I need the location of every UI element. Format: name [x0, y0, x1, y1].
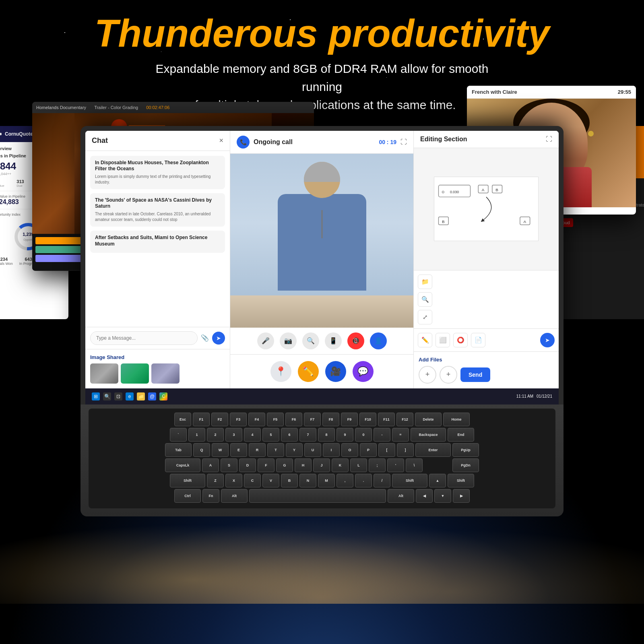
- ep-page-tool[interactable]: 📄: [471, 333, 485, 347]
- key-backslash[interactable]: \: [406, 458, 423, 472]
- key-t[interactable]: T: [267, 443, 284, 457]
- add-file-button-1[interactable]: +: [419, 366, 436, 384]
- key-2[interactable]: 2: [207, 428, 224, 442]
- ep-expand-tool[interactable]: ⤢: [418, 310, 432, 324]
- key-f4[interactable]: F4: [248, 413, 265, 426]
- key-left[interactable]: ◀: [416, 489, 433, 503]
- key-f11[interactable]: F11: [378, 413, 395, 426]
- key-d[interactable]: D: [239, 458, 256, 472]
- key-w[interactable]: W: [212, 443, 229, 457]
- taskbar-chrome-icon[interactable]: C: [159, 392, 167, 400]
- send-button[interactable]: Send: [460, 367, 490, 382]
- key-i[interactable]: I: [323, 443, 340, 457]
- key-h[interactable]: H: [295, 458, 312, 472]
- key-rbracket[interactable]: ]: [397, 443, 414, 457]
- key-n[interactable]: N: [299, 474, 316, 487]
- key-9[interactable]: 9: [336, 428, 353, 442]
- key-quote[interactable]: ': [387, 458, 404, 472]
- ep-send-button[interactable]: ➤: [540, 333, 555, 347]
- key-y[interactable]: Y: [286, 443, 303, 457]
- key-enter[interactable]: Enter: [415, 443, 451, 457]
- key-down[interactable]: ▼: [434, 489, 451, 503]
- key-minus[interactable]: -: [374, 428, 390, 442]
- key-home[interactable]: Home: [443, 413, 470, 426]
- key-f[interactable]: F: [258, 458, 275, 472]
- key-8[interactable]: 8: [318, 428, 335, 442]
- taskbar-task-icon[interactable]: ⊡: [114, 392, 122, 400]
- key-pgup[interactable]: PgUp: [452, 443, 479, 457]
- key-lctrl[interactable]: Ctrl: [174, 489, 201, 503]
- ep-circle-tool[interactable]: ⭕: [453, 333, 468, 347]
- key-pgdown[interactable]: PgDn: [452, 458, 479, 472]
- add-file-button-2[interactable]: +: [440, 366, 457, 384]
- vc-expand-icon[interactable]: ⛶: [400, 138, 407, 146]
- key-o[interactable]: O: [341, 443, 358, 457]
- key-slash[interactable]: /: [374, 474, 390, 487]
- key-rshift2[interactable]: Shift: [448, 474, 474, 487]
- key-7[interactable]: 7: [299, 428, 316, 442]
- key-s[interactable]: S: [221, 458, 237, 472]
- vc-phone-button[interactable]: 📱: [325, 332, 342, 349]
- windows-icon[interactable]: ⊞: [92, 392, 100, 400]
- key-lbracket[interactable]: [: [378, 443, 395, 457]
- key-ralt[interactable]: Alt: [388, 489, 414, 503]
- vc-avatar-button[interactable]: 👤: [370, 332, 387, 349]
- key-c[interactable]: C: [244, 474, 261, 487]
- taskbar-mail-icon[interactable]: @: [148, 392, 156, 400]
- key-z[interactable]: Z: [207, 474, 224, 487]
- taskbar-files-icon[interactable]: 📁: [137, 392, 145, 400]
- key-backtick[interactable]: `: [170, 428, 187, 442]
- key-f3[interactable]: F3: [230, 413, 247, 426]
- ep-expand-icon[interactable]: ⛶: [546, 136, 552, 143]
- key-right[interactable]: ▶: [453, 489, 470, 503]
- key-u[interactable]: U: [304, 443, 321, 457]
- key-lalt[interactable]: Alt: [221, 489, 248, 503]
- key-f5[interactable]: F5: [267, 413, 284, 426]
- key-delete[interactable]: Delete: [415, 413, 442, 426]
- key-l[interactable]: L: [350, 458, 367, 472]
- key-backspace[interactable]: Backspace: [411, 428, 446, 442]
- key-6[interactable]: 6: [281, 428, 298, 442]
- key-fn[interactable]: Fn: [202, 489, 219, 503]
- key-rshift[interactable]: Shift: [392, 474, 427, 487]
- image-thumb-1[interactable]: [90, 363, 118, 384]
- vc-search-button[interactable]: 🔍: [302, 332, 319, 349]
- chat-attach-icon[interactable]: 📎: [201, 334, 209, 342]
- key-f8[interactable]: F8: [322, 413, 339, 426]
- key-capslock[interactable]: CapsLk: [165, 458, 200, 472]
- key-equals[interactable]: =: [392, 428, 409, 442]
- key-4[interactable]: 4: [244, 428, 261, 442]
- key-f12[interactable]: F12: [396, 413, 413, 426]
- image-thumb-3[interactable]: [151, 363, 180, 384]
- key-esc[interactable]: Esc: [174, 413, 191, 426]
- vc-camera-button[interactable]: 📷: [280, 332, 297, 349]
- key-p[interactable]: P: [360, 443, 377, 457]
- key-f10[interactable]: F10: [359, 413, 376, 426]
- key-x[interactable]: X: [225, 474, 242, 487]
- vc-end-call-button[interactable]: 📵: [347, 332, 364, 349]
- key-j[interactable]: J: [313, 458, 330, 472]
- key-end[interactable]: End: [448, 428, 474, 442]
- key-r[interactable]: R: [249, 443, 266, 457]
- video-button[interactable]: 🎥: [325, 361, 346, 382]
- key-f6[interactable]: F6: [285, 413, 302, 426]
- key-f7[interactable]: F7: [304, 413, 321, 426]
- key-e[interactable]: E: [230, 443, 247, 457]
- key-3[interactable]: 3: [225, 428, 242, 442]
- key-k[interactable]: K: [332, 458, 349, 472]
- key-g[interactable]: G: [276, 458, 293, 472]
- chat-send-button[interactable]: ➤: [212, 332, 225, 345]
- chat-input[interactable]: [90, 331, 198, 345]
- key-semicolon[interactable]: ;: [369, 458, 386, 472]
- key-5[interactable]: 5: [262, 428, 279, 442]
- ep-zoom-tool[interactable]: 🔍: [418, 292, 432, 307]
- key-m[interactable]: M: [318, 474, 335, 487]
- key-f2[interactable]: F2: [211, 413, 228, 426]
- key-f9[interactable]: F9: [341, 413, 358, 426]
- chat-close-icon[interactable]: ×: [219, 136, 223, 145]
- taskbar-search-icon[interactable]: 🔍: [103, 392, 111, 400]
- chat-button[interactable]: 💬: [353, 361, 374, 382]
- key-comma[interactable]: ,: [336, 474, 353, 487]
- location-button[interactable]: 📍: [270, 361, 291, 382]
- ep-rect-tool[interactable]: ⬜: [436, 333, 450, 347]
